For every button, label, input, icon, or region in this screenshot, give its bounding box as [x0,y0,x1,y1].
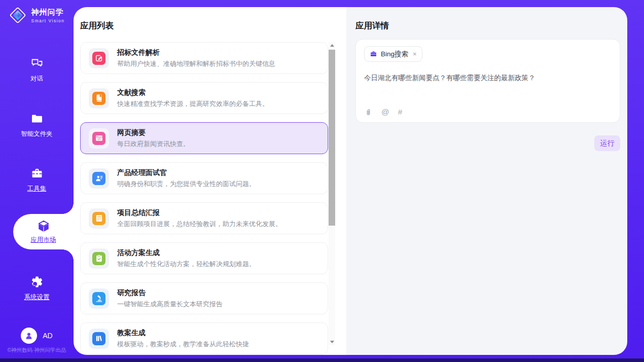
cube-icon [37,220,50,233]
avatar [21,328,37,344]
scroll-up-arrow-icon[interactable] [329,42,335,49]
app-list-item-4[interactable]: 产品经理面试官 明确身份和职责，为您提供专业性的面试问题。 [80,162,328,194]
chip-close-icon[interactable]: × [412,50,417,58]
sidebar-item-chat[interactable]: 对话 [0,57,74,83]
main-panel: 应用列表 招标文件解析 帮助用户快速、准确地理解和解析招标书中的关键信息 文献搜… [74,7,627,355]
app-icon [89,168,109,189]
browser-code-icon [92,132,105,145]
brand-name: 神州问学 [31,8,64,17]
interviewer-icon [92,172,105,185]
app-description: 一键智能生成高质量长文本研究报告 [117,300,223,309]
sidebar-item-smart-folder[interactable]: 智能文件夹 [0,112,74,138]
app-detail-title: 应用详情 [355,7,627,31]
app-detail-panel: 应用详情 Bing搜索 × 今日湖北有哪些新闻要点？有哪些需要关注的最新政策？ … [346,7,627,355]
query-text[interactable]: 今日湖北有哪些新闻要点？有哪些需要关注的最新政策？ [364,74,612,83]
app-description: 智能生成个性化活动方案，轻松解决规划难题。 [117,260,256,269]
sidebar-item-label: 智能文件夹 [21,130,53,138]
app-name: 招标文件解析 [117,48,275,57]
copyright-text: ©神州数码·神州问学出品 [0,347,74,354]
books-icon [92,332,105,345]
person-icon [24,331,34,341]
sidebar-item-label: 应用市场 [31,236,56,244]
scrollbar-thumb[interactable] [329,50,335,226]
attachment-icon[interactable] [364,108,373,117]
app-list-item-6[interactable]: 活动方案生成 智能生成个性化活动方案，轻松解决规划难题。 [80,242,328,274]
app-list-items: 招标文件解析 帮助用户快速、准确地理解和解析招标书中的关键信息 文献搜索 快速精… [80,42,328,355]
app-name: 项目总结汇报 [117,208,282,218]
edit-square-icon [92,52,105,65]
app-list-item-7[interactable]: 研究报告 一键智能生成高质量长文本研究报告 [80,282,328,314]
app-description: 明确身份和职责，为您提供专业性的面试问题。 [117,179,256,189]
chat-icon [30,57,44,70]
app-detail-card: Bing搜索 × 今日湖北有哪些新闻要点？有哪些需要关注的最新政策？ @ # [355,39,620,123]
app-name: 文献搜索 [117,88,269,97]
app-icon [89,128,109,149]
input-toolbar: @ # [364,107,402,117]
tool-chip-label: Bing搜索 [381,50,408,59]
clipboard-check-icon [92,252,105,265]
sidebar-item-label: 系统设置 [24,293,50,302]
app-name: 教案生成 [117,329,249,338]
app-list-item-8[interactable]: 教案生成 模板驱动，教案秒成，教学准备从此轻松快捷 [80,322,328,354]
folder-icon [30,112,44,125]
app-list-item-5[interactable]: 项目总结汇报 全面回顾项目进展，总结经验教训，助力未来优化发展。 [80,202,328,234]
app-name: 网页摘要 [117,128,190,137]
app-description: 模板驱动，教案秒成，教学准备从此轻松快捷 [117,340,249,349]
app-icon [89,288,109,309]
app-list-title: 应用列表 [74,7,346,31]
gear-icon [30,275,44,288]
user-initials: AD [43,332,52,340]
user-profile[interactable]: AD [0,328,74,344]
app-list-item-3[interactable]: 网页摘要 每日政府新闻资讯快查。 [80,122,328,154]
app-icon [89,208,109,229]
sidebar-item-settings[interactable]: 系统设置 [0,275,74,302]
run-button[interactable]: 运行 [594,135,620,151]
book-icon [92,92,105,105]
app-icon [89,48,109,68]
note-icon [92,212,105,225]
app-description: 帮助用户快速、准确地理解和解析招标书中的关键信息 [117,59,275,68]
app-icon [89,88,109,108]
sidebar-item-app-market[interactable]: 应用市场 [13,214,74,249]
sidebar-item-toolset[interactable]: 工具集 [0,167,74,193]
app-list-scrollbar[interactable] [329,42,335,345]
sidebar: 神州问学 Smart Vision 对话 智能文件夹 工具集 应用市场 [0,0,74,362]
tool-chip-bing-search[interactable]: Bing搜索 × [364,46,422,62]
microscope-icon [92,292,105,305]
app-description: 快速精准查找学术资源，提高研究效率的必备工具。 [117,99,269,108]
app-icon [89,329,109,349]
app-name: 活动方案生成 [117,248,256,258]
scroll-down-arrow-icon[interactable] [329,339,335,345]
app-name: 研究报告 [117,288,223,298]
app-name: 产品经理面试官 [117,168,256,177]
toolbox-icon [30,167,44,180]
brand-subtitle: Smart Vision [31,18,64,23]
app-description: 全面回顾项目进展，总结经验教训，助力未来优化发展。 [117,220,282,229]
app-list-item-2[interactable]: 文献搜索 快速精准查找学术资源，提高研究效率的必备工具。 [80,82,328,114]
sidebar-item-label: 对话 [30,75,43,83]
app-description: 每日政府新闻资讯快查。 [117,139,190,149]
app-icon [89,248,109,269]
hash-icon[interactable]: # [398,107,403,117]
sidebar-item-label: 工具集 [27,185,47,193]
brand-diamond-icon [9,6,27,24]
mention-icon[interactable]: @ [381,107,389,117]
briefcase-icon [370,50,377,58]
app-list-panel: 应用列表 招标文件解析 帮助用户快速、准确地理解和解析招标书中的关键信息 文献搜… [74,7,346,355]
bottom-edge [0,358,644,362]
brand-logo: 神州问学 Smart Vision [0,6,74,24]
app-list-item-1[interactable]: 招标文件解析 帮助用户快速、准确地理解和解析招标书中的关键信息 [80,42,328,74]
